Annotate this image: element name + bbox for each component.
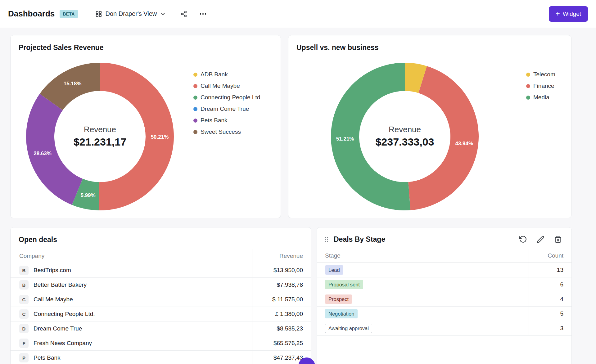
grid-view-icon bbox=[95, 11, 102, 17]
delete-widget-button[interactable] bbox=[553, 235, 562, 244]
stage-badge: Awaiting approval bbox=[325, 324, 372, 333]
column-header-revenue: Revenue bbox=[252, 249, 311, 263]
donut-slice-pets-bank[interactable] bbox=[26, 94, 83, 205]
legend-color-dot bbox=[193, 119, 197, 123]
paw-logo-icon: P bbox=[19, 353, 29, 362]
deal-revenue: £ 1.380,00 bbox=[252, 307, 311, 321]
stage-count: 13 bbox=[529, 263, 571, 277]
donut-center-value: $237.333,03 bbox=[375, 136, 434, 148]
slice-percent-label: 28.63% bbox=[34, 151, 52, 156]
table-row[interactable]: Awaiting approval3 bbox=[317, 321, 571, 336]
legend-item-finance[interactable]: Finance bbox=[526, 83, 555, 89]
legend-label: Dream Come True bbox=[201, 106, 249, 112]
widget-title: Projected Sales Revenue bbox=[19, 43, 281, 52]
table-header: Company Revenue bbox=[11, 249, 311, 263]
table-row[interactable]: CConnecting People Ltd.£ 1.380,00 bbox=[11, 307, 311, 321]
slice-percent-label: 15.18% bbox=[64, 81, 82, 87]
legend-item-telecom[interactable]: Telecom bbox=[526, 71, 555, 78]
legend-color-dot bbox=[193, 84, 197, 88]
edit-widget-button[interactable] bbox=[536, 235, 545, 244]
table-row[interactable]: CCall Me Maybe$ 11.575,00 bbox=[11, 292, 311, 307]
deals-by-stage-rows: Lead13Proposal sent6Prospect4Negotiation… bbox=[317, 263, 571, 336]
legend-color-dot bbox=[193, 130, 197, 134]
add-widget-label: Widget bbox=[563, 11, 581, 17]
undo-button[interactable] bbox=[519, 235, 527, 244]
legend-item-media[interactable]: Media bbox=[526, 94, 555, 101]
share-button[interactable] bbox=[178, 8, 189, 20]
legend-label: Pets Bank bbox=[201, 117, 228, 124]
widget-title: Deals By Stage bbox=[334, 235, 385, 244]
table-row[interactable]: Lead13 bbox=[317, 263, 571, 277]
company-name: Call Me Maybe bbox=[34, 296, 73, 303]
stage-badge: Lead bbox=[325, 265, 343, 275]
legend-label: Sweet Success bbox=[201, 128, 241, 135]
company-name: Connecting People Ltd. bbox=[34, 311, 95, 317]
legend-item-sweet-success[interactable]: Sweet Success bbox=[193, 128, 262, 135]
table-row[interactable]: Prospect4 bbox=[317, 292, 571, 307]
deal-revenue: $7.938,78 bbox=[252, 278, 311, 292]
table-row[interactable]: BBestTrips.com$13.950,00 bbox=[11, 263, 311, 278]
widget-header: Deals By Stage bbox=[323, 235, 565, 244]
legend-color-dot bbox=[193, 73, 197, 77]
company-name: Pets Bank bbox=[34, 354, 61, 361]
company-name: BestTrips.com bbox=[34, 267, 71, 274]
donut-center-label: Revenue bbox=[84, 125, 116, 134]
company-name: Better Batter Bakery bbox=[34, 281, 87, 288]
legend-color-dot bbox=[193, 107, 197, 111]
widget-title: Upsell vs. new business bbox=[296, 43, 571, 52]
table-header: Stage Count bbox=[317, 249, 571, 263]
legend-item-adb-bank[interactable]: ADB Bank bbox=[193, 71, 262, 78]
deal-revenue: $ 11.575,00 bbox=[252, 292, 311, 307]
slice-percent-label: 5.99% bbox=[80, 192, 95, 198]
legend-label: ADB Bank bbox=[201, 71, 228, 78]
company-name: Dream Come True bbox=[34, 325, 82, 332]
stage-badge: Proposal sent bbox=[325, 280, 363, 290]
share-icon bbox=[180, 11, 187, 17]
table-row[interactable]: BBetter Batter Bakery$7.938,78 bbox=[11, 278, 311, 292]
widget-open-deals: Open deals Company Revenue BBestTrips.co… bbox=[10, 227, 311, 364]
page-title: Dashboards bbox=[8, 9, 55, 19]
table-row[interactable]: FFresh News Company$65.576,25 bbox=[11, 336, 311, 351]
deal-revenue: $13.950,00 bbox=[252, 263, 311, 277]
table-row[interactable]: DDream Come True$8.535,23 bbox=[11, 321, 311, 336]
legend-item-dream-come-true[interactable]: Dream Come True bbox=[193, 106, 262, 112]
stage-badge: Negotiation bbox=[325, 309, 358, 319]
travel-logo-icon: B bbox=[19, 266, 29, 275]
slice-percent-label: 51.21% bbox=[336, 136, 354, 142]
legend-label: Telecom bbox=[533, 71, 555, 78]
office-logo-icon: C bbox=[19, 295, 29, 304]
table-row[interactable]: Negotiation5 bbox=[317, 307, 571, 321]
dream-logo-icon: D bbox=[19, 324, 29, 333]
more-options-button[interactable] bbox=[197, 8, 209, 20]
slice-percent-label: 43.94% bbox=[455, 141, 473, 146]
dashboard-grid: Projected Sales Revenue 50.21%5.99%28.63… bbox=[0, 28, 596, 364]
legend-label: Connecting People Ltd. bbox=[201, 94, 262, 101]
stage-count: 6 bbox=[529, 277, 571, 292]
company-name: Fresh News Company bbox=[34, 340, 92, 347]
legend-item-connecting-people-ltd[interactable]: Connecting People Ltd. bbox=[193, 94, 262, 101]
chart-legend: ADB BankCall Me MaybeConnecting People L… bbox=[193, 71, 262, 140]
bakery-logo-icon: B bbox=[19, 280, 29, 290]
stage-count: 3 bbox=[529, 321, 571, 335]
table-row[interactable]: PPets Bank$47.237,43 bbox=[11, 351, 311, 364]
drag-handle-icon[interactable] bbox=[323, 236, 330, 243]
column-header-stage: Stage bbox=[317, 249, 529, 263]
column-header-count: Count bbox=[529, 249, 571, 263]
legend-item-pets-bank[interactable]: Pets Bank bbox=[193, 117, 262, 124]
open-deals-rows: BBestTrips.com$13.950,00BBetter Batter B… bbox=[11, 263, 311, 364]
legend-color-dot bbox=[526, 84, 530, 88]
table-row[interactable]: Proposal sent6 bbox=[317, 277, 571, 292]
pencil-icon bbox=[537, 236, 544, 243]
dashboard-view-selector[interactable]: Don Draper's View bbox=[95, 10, 166, 17]
stage-badge: Prospect bbox=[325, 294, 352, 304]
donut-chart-projected-sales: 50.21%5.99%28.63%15.18%Revenue$21.231,17 bbox=[24, 61, 176, 213]
donut-center-label: Revenue bbox=[389, 125, 421, 134]
deal-revenue: $8.535,23 bbox=[252, 321, 311, 336]
news-logo-icon: F bbox=[19, 339, 29, 348]
top-bar: Dashboards BETA Don Draper's View bbox=[0, 0, 596, 28]
legend-color-dot bbox=[526, 73, 530, 77]
legend-item-call-me-maybe[interactable]: Call Me Maybe bbox=[193, 83, 262, 89]
trash-icon bbox=[554, 236, 562, 243]
widget-title: Open deals bbox=[19, 236, 311, 244]
add-widget-button[interactable]: + Widget bbox=[549, 6, 588, 22]
